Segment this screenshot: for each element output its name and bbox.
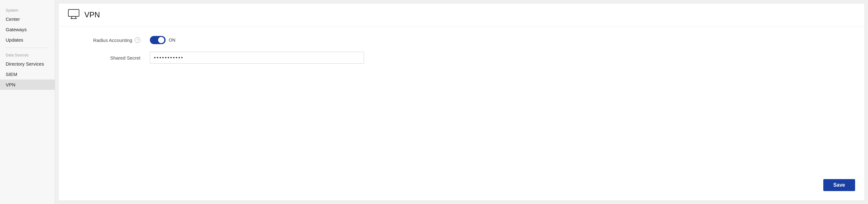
shared-secret-control (150, 52, 364, 64)
page-content: Radius Accounting ? ON Shared Secret (59, 27, 865, 201)
toggle-knob (158, 37, 164, 43)
system-section-label: System (0, 6, 55, 14)
toggle-state-label: ON (169, 37, 175, 42)
svg-line-2 (75, 17, 76, 19)
radius-accounting-toggle[interactable] (150, 36, 165, 44)
shared-secret-row: Shared Secret (71, 52, 852, 64)
shared-secret-label: Shared Secret (71, 55, 141, 61)
sidebar-item-siem[interactable]: SIEM (0, 69, 55, 80)
sidebar-divider (6, 48, 49, 48)
sidebar-item-vpn[interactable]: VPN (0, 80, 55, 90)
sidebar-item-updates[interactable]: Updates (0, 35, 55, 45)
radius-accounting-toggle-wrapper: ON (150, 36, 175, 44)
radius-accounting-control: ON (150, 36, 175, 44)
page-title: VPN (84, 10, 100, 19)
shared-secret-input[interactable] (150, 52, 364, 64)
monitor-icon (68, 9, 79, 21)
data-sources-section-label: Data Sources (0, 51, 55, 59)
radius-accounting-help-icon[interactable]: ? (135, 37, 141, 43)
save-button[interactable]: Save (823, 179, 855, 191)
sidebar-item-directory-services[interactable]: Directory Services (0, 59, 55, 69)
sidebar-item-gateways[interactable]: Gateways (0, 24, 55, 35)
radius-accounting-row: Radius Accounting ? ON (71, 36, 852, 44)
main-panel: VPN Radius Accounting ? ON Shared Secret (58, 3, 865, 201)
sidebar: System Center Gateways Updates Data Sour… (0, 0, 55, 204)
radius-accounting-label: Radius Accounting ? (71, 37, 141, 43)
svg-line-1 (71, 17, 72, 19)
sidebar-item-center[interactable]: Center (0, 14, 55, 24)
svg-rect-0 (68, 9, 79, 17)
page-header: VPN (59, 3, 865, 27)
